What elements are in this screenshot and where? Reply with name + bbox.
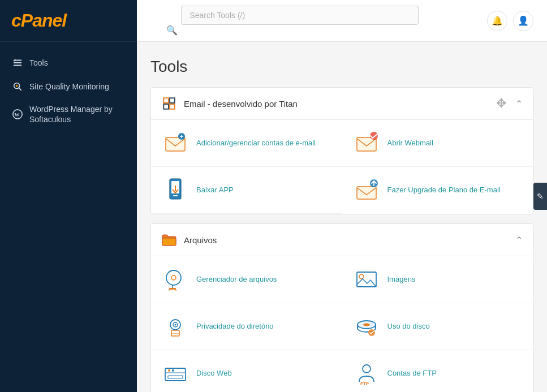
sidebar-nav: Tools Site Quality Monitoring W WordPres (0, 42, 137, 392)
cpanel-logo-panel: Panel (21, 10, 66, 31)
manage-email-icon (162, 130, 188, 156)
cpanel-logo-text: cPanel (11, 10, 126, 31)
tools-icon (11, 57, 24, 69)
ftp-accounts-icon: FTP (354, 360, 380, 386)
user-button[interactable]: 👤 (513, 11, 533, 31)
dir-privacy-icon (162, 313, 188, 339)
web-disk-icon (162, 360, 188, 386)
svg-point-47 (363, 365, 371, 373)
svg-point-45 (172, 369, 174, 372)
tool-manage-email[interactable]: Adicionar/gerenciar contas de e-mail (151, 120, 342, 167)
dir-privacy-label: Privacidade do diretório (196, 321, 274, 331)
page-title: Tools (150, 58, 533, 76)
tool-baixar-app[interactable]: Baixar APP (151, 167, 342, 214)
svg-text:FTP: FTP (360, 381, 369, 386)
cpanel-logo-c: c (11, 10, 21, 31)
content-area: Tools Email - desenvolvido por Titan ✥ ⌃ (137, 42, 547, 392)
svg-point-44 (168, 369, 170, 372)
svg-rect-29 (357, 272, 376, 287)
main-area: 🔍 🔔 👤 Tools (137, 0, 547, 392)
email-section-label: Email - desenvolvido por Titan (184, 99, 496, 109)
webmail-label: Abrir Webmail (387, 138, 433, 148)
manage-email-label: Adicionar/gerenciar contas de e-mail (196, 138, 316, 148)
sidebar-item-tools[interactable]: Tools (0, 51, 137, 75)
email-section: Email - desenvolvido por Titan ✥ ⌃ (150, 87, 533, 214)
sidebar: cPanel Tools Site Quality Monitor (0, 0, 137, 392)
disk-usage-label: Uso do disco (387, 321, 430, 331)
arquivos-collapse-icon: ⌃ (515, 235, 523, 245)
svg-point-33 (175, 324, 176, 326)
email-section-body: Adicionar/gerenciar contas de e-mail Abr… (151, 120, 533, 214)
file-manager-label: Gerenciador de arquivos (196, 274, 277, 285)
tool-upgrade-email[interactable]: Fazer Upgrade de Plano de E-mail (342, 167, 533, 214)
baixar-app-label: Baixar APP (196, 185, 234, 195)
svg-point-40 (363, 324, 370, 326)
bell-icon: 🔔 (492, 15, 503, 26)
right-edge-button[interactable]: ✎ (533, 183, 547, 210)
header: 🔍 🔔 👤 (137, 0, 547, 42)
tool-file-manager[interactable]: Gerenciador de arquivos (151, 256, 342, 303)
sidebar-wordpress-label: WordPress Manager by Softaculous (29, 104, 126, 124)
svg-line-2 (19, 88, 21, 90)
svg-rect-7 (170, 98, 175, 103)
tool-disk-usage[interactable]: Uso do disco (342, 303, 533, 350)
svg-rect-6 (163, 98, 169, 103)
sidebar-item-site-quality[interactable]: Site Quality Monitoring (0, 75, 137, 98)
sidebar-tools-label: Tools (29, 58, 48, 68)
upgrade-email-label: Fazer Upgrade de Plano de E-mail (387, 185, 501, 195)
move-icon: ✥ (496, 96, 506, 111)
tool-dir-privacy[interactable]: Privacidade do diretório (151, 303, 342, 350)
tool-open-webmail[interactable]: Abrir Webmail (342, 120, 533, 167)
search-area: 🔍 (181, 6, 419, 36)
email-section-icon (161, 96, 177, 111)
sidebar-logo: cPanel (0, 0, 137, 42)
search-button[interactable]: 🔍 (162, 25, 182, 36)
header-icons: 🔔 👤 (487, 11, 533, 31)
svg-rect-26 (169, 288, 176, 290)
site-quality-icon (11, 80, 24, 93)
webmail-icon (354, 130, 380, 156)
svg-rect-20 (357, 187, 376, 199)
tool-images[interactable]: Imagens (342, 256, 533, 303)
email-section-header[interactable]: Email - desenvolvido por Titan ✥ ⌃ (151, 88, 533, 120)
svg-point-24 (171, 275, 176, 280)
search-input[interactable] (181, 6, 419, 25)
web-disk-label: Disco Web (196, 368, 232, 378)
svg-rect-8 (163, 104, 169, 109)
folder-icon (161, 232, 177, 248)
svg-text:W: W (15, 112, 20, 118)
file-manager-icon (162, 266, 188, 292)
arquivos-section-label: Arquivos (184, 235, 515, 245)
arquivos-section: Arquivos ⌃ G (150, 223, 533, 392)
svg-rect-22 (162, 238, 176, 245)
sidebar-site-quality-label: Site Quality Monitoring (29, 81, 109, 92)
ftp-accounts-label: Contas de FTP (387, 368, 437, 378)
images-label: Imagens (387, 274, 416, 285)
user-icon: 👤 (518, 15, 529, 26)
svg-rect-46 (168, 376, 183, 378)
baixar-app-icon (162, 177, 188, 203)
email-collapse-icon: ⌃ (515, 98, 523, 109)
wordpress-icon: W (11, 108, 24, 120)
svg-rect-34 (171, 330, 179, 336)
svg-point-23 (166, 270, 181, 285)
chart-icon: ✎ (537, 192, 544, 201)
search-magnifier-icon: 🔍 (166, 25, 178, 35)
sidebar-item-wordpress[interactable]: W WordPress Manager by Softaculous (0, 98, 137, 130)
arquivos-section-header[interactable]: Arquivos ⌃ (151, 224, 533, 256)
tool-web-disk[interactable]: Disco Web (151, 350, 342, 392)
images-icon (354, 266, 380, 292)
upgrade-email-icon (354, 178, 380, 204)
notification-button[interactable]: 🔔 (487, 11, 507, 31)
svg-point-30 (359, 274, 364, 279)
svg-point-3 (16, 85, 18, 87)
tool-ftp-accounts[interactable]: FTP Contas de FTP (342, 350, 533, 392)
disk-usage-icon (354, 313, 380, 339)
arquivos-section-body: Gerenciador de arquivos Imagens (151, 256, 533, 392)
svg-rect-9 (170, 104, 175, 109)
